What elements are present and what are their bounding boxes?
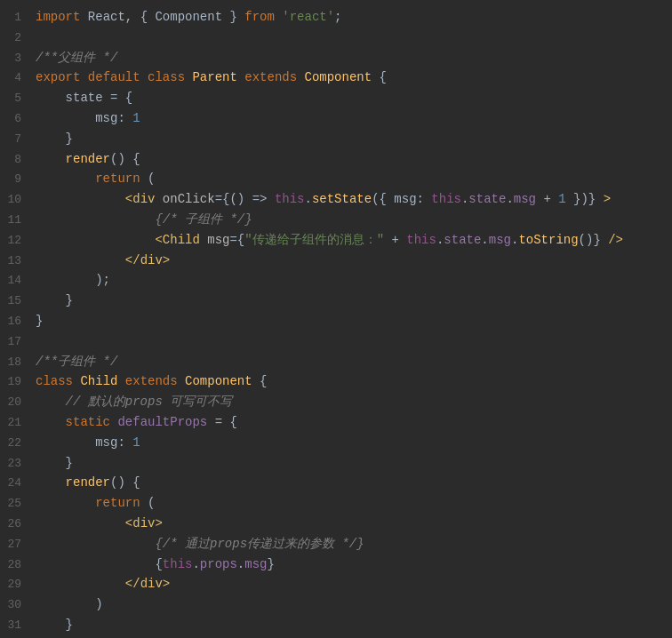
code-line: 22 msg: 1 <box>0 433 672 453</box>
line-number: 29 <box>7 576 36 594</box>
code-line: 3/**父组件 */ <box>0 48 672 68</box>
code-line: 30 ) <box>0 594 672 615</box>
line-content: } <box>36 453 665 473</box>
line-number: 19 <box>7 373 36 392</box>
line-number: 28 <box>7 556 36 575</box>
line-content: ) <box>36 594 665 614</box>
line-number: 11 <box>7 211 36 230</box>
line-content: <div> <box>36 514 665 533</box>
code-line: 18/**子组件 */ <box>0 352 672 372</box>
line-number: 6 <box>7 110 36 129</box>
code-line: 25 return ( <box>0 493 672 514</box>
code-line: 24 render() { <box>0 473 672 493</box>
line-number: 17 <box>7 333 36 352</box>
line-content: {this.props.msg} <box>36 554 665 574</box>
line-number: 18 <box>7 354 36 372</box>
code-line: 10 <div onClick={() => this.setState({ m… <box>0 189 672 210</box>
line-number: 30 <box>7 596 36 615</box>
line-content: /**父组件 */ <box>36 48 665 68</box>
code-line: 12 <Child msg={"传递给子组件的消息：" + this.state… <box>0 230 672 251</box>
line-number: 15 <box>7 292 36 311</box>
line-content: msg: 1 <box>36 433 665 452</box>
line-number: 22 <box>7 435 36 453</box>
line-content: static defaultProps = { <box>36 412 665 432</box>
code-line: 28 {this.props.msg} <box>0 554 672 575</box>
line-content: </div> <box>36 251 665 270</box>
code-line: 21 static defaultProps = { <box>0 412 672 433</box>
code-line: 31 } <box>0 615 672 635</box>
line-content: render() { <box>36 473 665 492</box>
line-content: import React, { Component } from 'react'… <box>36 7 665 27</box>
code-line: 4export default class Parent extends Com… <box>0 68 672 88</box>
code-line: 7 } <box>0 129 672 149</box>
code-line: 9 return ( <box>0 169 672 189</box>
line-content: /**子组件 */ <box>36 352 665 371</box>
line-number: 1 <box>7 9 36 28</box>
code-line: 1import React, { Component } from 'react… <box>0 7 672 28</box>
line-content: state = { <box>36 88 665 108</box>
line-number: 4 <box>7 69 36 88</box>
line-number: 5 <box>7 90 36 108</box>
code-line: 23 } <box>0 453 672 474</box>
code-line: 17 <box>0 331 672 352</box>
line-content: msg: 1 <box>36 108 665 128</box>
line-number: 12 <box>7 232 36 251</box>
line-number: 24 <box>7 475 36 493</box>
line-content: export default class Parent extends Comp… <box>36 68 665 87</box>
code-line: 15 } <box>0 291 672 311</box>
line-number: 20 <box>7 394 36 412</box>
line-content: return ( <box>36 169 665 188</box>
line-number: 9 <box>7 171 36 189</box>
line-content <box>36 28 665 47</box>
line-content: {/* 通过props传递过来的参数 */} <box>36 534 665 554</box>
line-content: </div> <box>36 574 665 594</box>
code-line: 11 {/* 子组件 */} <box>0 210 672 230</box>
code-line: 2 <box>0 28 672 48</box>
code-line: 6 msg: 1 <box>0 108 672 129</box>
line-number: 14 <box>7 272 36 291</box>
code-line: 5 state = { <box>0 88 672 108</box>
line-content: <div onClick={() => this.setState({ msg:… <box>36 189 665 209</box>
line-content: } <box>36 129 665 148</box>
code-line: 14 ); <box>0 270 672 291</box>
line-number: 21 <box>7 414 36 433</box>
code-line: 13 </div> <box>0 251 672 271</box>
code-line: 8 render() { <box>0 149 672 170</box>
line-number: 26 <box>7 515 36 534</box>
code-editor: 1import React, { Component } from 'react… <box>0 0 672 638</box>
line-content: } <box>36 291 665 310</box>
line-number: 31 <box>7 617 36 635</box>
code-line: 19class Child extends Component { <box>0 371 672 392</box>
line-content: render() { <box>36 149 665 169</box>
line-content: {/* 子组件 */} <box>36 210 665 229</box>
line-content: } <box>36 311 665 331</box>
line-content: <Child msg={"传递给子组件的消息：" + this.state.ms… <box>36 230 665 250</box>
line-number: 27 <box>7 536 36 554</box>
line-number: 13 <box>7 252 36 271</box>
line-content: class Child extends Component { <box>36 371 665 391</box>
line-content: return ( <box>36 493 665 513</box>
line-content <box>36 331 665 351</box>
code-line: 27 {/* 通过props传递过来的参数 */} <box>0 534 672 554</box>
line-number: 10 <box>7 191 36 210</box>
line-number: 7 <box>7 131 36 149</box>
code-line: 29 </div> <box>0 574 672 594</box>
line-number: 8 <box>7 151 36 170</box>
line-number: 25 <box>7 495 36 514</box>
line-content: // 默认的props 可写可不写 <box>36 392 665 411</box>
code-line: 20 // 默认的props 可写可不写 <box>0 392 672 412</box>
line-number: 2 <box>7 29 36 48</box>
line-number: 23 <box>7 455 36 474</box>
code-line: 26 <div> <box>0 514 672 534</box>
code-line: 16} <box>0 311 672 331</box>
line-content: ); <box>36 270 665 290</box>
line-content: } <box>36 615 665 634</box>
line-number: 16 <box>7 313 36 331</box>
line-number: 3 <box>7 50 36 68</box>
